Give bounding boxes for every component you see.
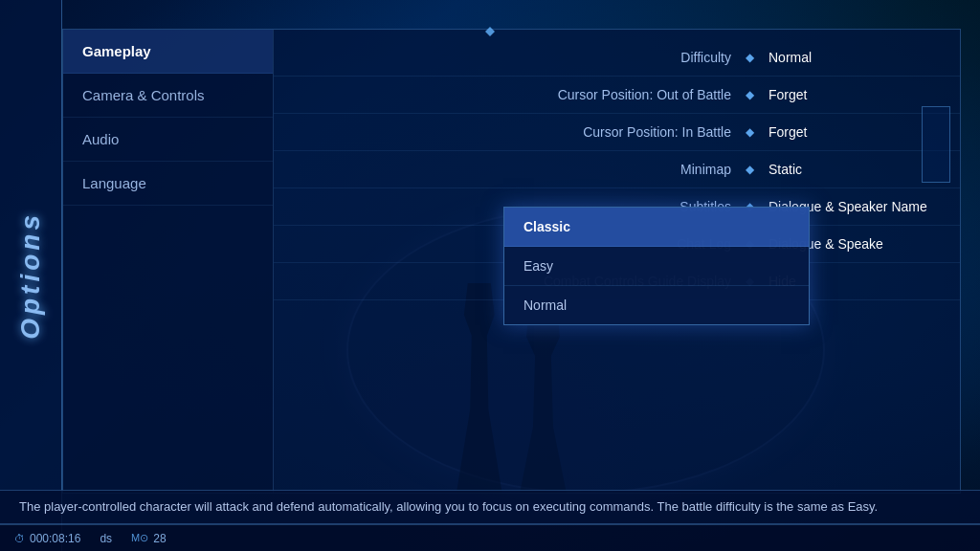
right-panel-decoration: [922, 106, 950, 183]
nav-item-camera[interactable]: Camera & Controls: [63, 74, 273, 118]
nav-item-gameplay[interactable]: Gameplay: [63, 30, 273, 74]
setting-row-cursor-in: Cursor Position: In Battle ◆ Forget: [274, 114, 960, 151]
chat-log-dropdown: Classic Easy Normal: [503, 207, 810, 325]
nav-menu: Gameplay Camera & Controls Audio Languag…: [63, 30, 274, 493]
clock-icon: ⏱: [14, 533, 25, 544]
setting-row-difficulty: Difficulty ◆ Normal: [274, 39, 960, 77]
status-time: ⏱ 000:08:16: [14, 532, 80, 545]
step-label: ds: [100, 532, 112, 545]
dropdown-item-normal[interactable]: Normal: [504, 286, 809, 324]
description-bar: The player-controlled character will att…: [0, 490, 980, 524]
setting-value-cursor-in[interactable]: Forget: [768, 124, 941, 140]
options-title: Options: [15, 211, 46, 340]
setting-arrow-difficulty: ◆: [746, 51, 754, 64]
money-value: 28: [153, 532, 166, 545]
time-value: 000:08:16: [30, 532, 80, 545]
setting-label-cursor-in: Cursor Position: In Battle: [293, 124, 746, 140]
description-text: The player-controlled character will att…: [19, 499, 878, 514]
setting-row-minimap: Minimap ◆ Static: [274, 151, 960, 188]
setting-value-minimap[interactable]: Static: [768, 162, 941, 177]
setting-label-cursor-out: Cursor Position: Out of Battle: [293, 87, 746, 102]
dropdown-item-classic[interactable]: Classic: [504, 208, 809, 247]
setting-arrow-cursor-in: ◆: [746, 125, 754, 139]
setting-label-difficulty: Difficulty: [293, 50, 746, 65]
nav-item-audio[interactable]: Audio: [63, 118, 273, 162]
dropdown-item-easy[interactable]: Easy: [504, 247, 809, 286]
nav-item-language[interactable]: Language: [63, 162, 273, 206]
setting-row-cursor-out: Cursor Position: Out of Battle ◆ Forget: [274, 77, 960, 114]
setting-arrow-minimap: ◆: [746, 163, 754, 176]
status-money: M⊙ 28: [131, 532, 167, 545]
setting-label-minimap: Minimap: [293, 162, 746, 177]
options-sidebar: Options: [0, 0, 62, 551]
status-steps: ds: [100, 532, 112, 545]
status-bar: ⏱ 000:08:16 ds M⊙ 28: [0, 524, 980, 551]
setting-value-difficulty[interactable]: Normal: [768, 50, 941, 65]
main-panel: Gameplay Camera & Controls Audio Languag…: [62, 29, 961, 494]
setting-arrow-cursor-out: ◆: [746, 88, 754, 101]
setting-value-cursor-out[interactable]: Forget: [768, 87, 941, 102]
money-icon: M⊙: [131, 532, 148, 544]
